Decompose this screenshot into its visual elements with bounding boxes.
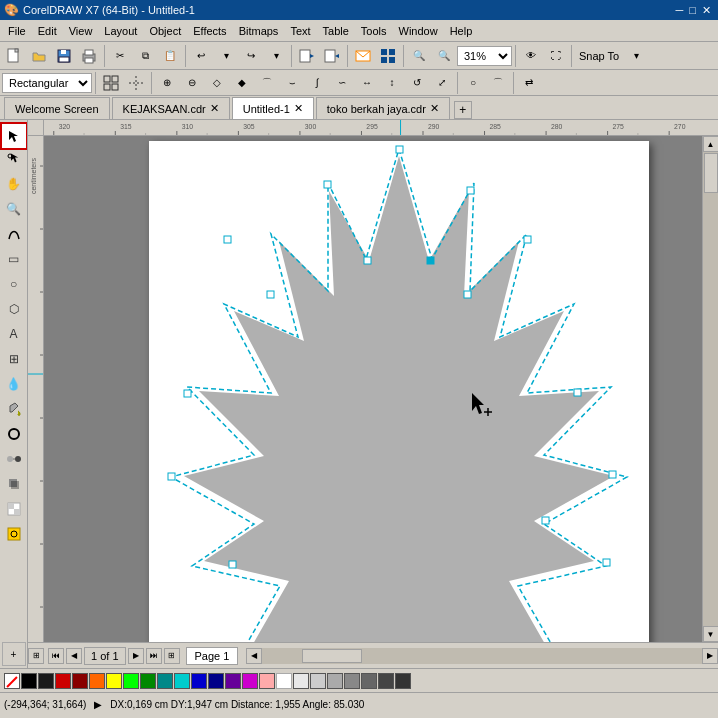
zoom-out-button[interactable]: 🔍 <box>407 44 431 68</box>
color-magenta-swatch[interactable] <box>242 673 258 689</box>
menu-tools[interactable]: Tools <box>355 23 393 39</box>
pan-tool[interactable]: ✋ <box>2 172 26 196</box>
color-yellow-swatch[interactable] <box>106 673 122 689</box>
application-launcher[interactable] <box>376 44 400 68</box>
node-btn-4[interactable]: ◆ <box>230 71 254 95</box>
toolbox-expand[interactable]: + <box>2 642 26 666</box>
undo-dropdown[interactable]: ▾ <box>214 44 238 68</box>
node-btn-3[interactable]: ◇ <box>205 71 229 95</box>
menu-window[interactable]: Window <box>393 23 444 39</box>
eyedropper-tool[interactable]: 💧 <box>2 372 26 396</box>
scroll-up-button[interactable]: ▲ <box>703 136 719 152</box>
menu-effects[interactable]: Effects <box>187 23 232 39</box>
export-button[interactable] <box>320 44 344 68</box>
color-blue-swatch[interactable] <box>191 673 207 689</box>
copy-button[interactable]: ⧉ <box>133 44 157 68</box>
color-cyan-swatch[interactable] <box>174 673 190 689</box>
new-button[interactable] <box>2 44 26 68</box>
publish-button[interactable] <box>351 44 375 68</box>
snap-guide-btn[interactable] <box>124 71 148 95</box>
menu-edit[interactable]: Edit <box>32 23 63 39</box>
snap-grid-btn[interactable] <box>99 71 123 95</box>
node-btn-12[interactable]: ⤢ <box>430 71 454 95</box>
paste-button[interactable]: 📋 <box>158 44 182 68</box>
zoom-in-button[interactable]: 🔍 <box>432 44 456 68</box>
color-eyedropper-tool[interactable] <box>2 522 26 546</box>
text-tool[interactable]: A <box>2 322 26 346</box>
import-button[interactable] <box>295 44 319 68</box>
scroll-left-button[interactable]: ◀ <box>246 648 262 664</box>
save-button[interactable] <box>52 44 76 68</box>
canvas[interactable] <box>44 136 702 642</box>
menu-view[interactable]: View <box>63 23 99 39</box>
color-lgray1-swatch[interactable] <box>293 673 309 689</box>
color-lgray2-swatch[interactable] <box>310 673 326 689</box>
outline-tool[interactable] <box>2 422 26 446</box>
color-none-swatch[interactable] <box>4 673 20 689</box>
tab-kejaksaan-close[interactable]: ✕ <box>210 102 219 115</box>
menu-layout[interactable]: Layout <box>98 23 143 39</box>
scroll-h-thumb[interactable] <box>302 649 362 663</box>
snap-dropdown[interactable]: ▾ <box>624 44 648 68</box>
color-mgray2-swatch[interactable] <box>344 673 360 689</box>
tab-untitled[interactable]: Untitled-1 ✕ <box>232 97 314 119</box>
menu-file[interactable]: File <box>2 23 32 39</box>
freehand-tool[interactable] <box>2 222 26 246</box>
tab-kejaksaan[interactable]: KEJAKSAAN.cdr ✕ <box>112 97 230 119</box>
shadow-tool[interactable] <box>2 472 26 496</box>
blend-tool[interactable] <box>2 447 26 471</box>
fill-tool[interactable] <box>2 397 26 421</box>
zoom-tool[interactable]: 🔍 <box>2 197 26 221</box>
redo-button[interactable]: ↪ <box>239 44 263 68</box>
color-darkred-swatch[interactable] <box>72 673 88 689</box>
shape-type-select[interactable]: Rectangular Elliptical Hand-drawn <box>2 73 92 93</box>
color-lime-swatch[interactable] <box>123 673 139 689</box>
first-page-btn[interactable]: ⏮ <box>48 648 64 664</box>
tab-toko[interactable]: toko berkah jaya.cdr ✕ <box>316 97 450 119</box>
color-black-swatch[interactable] <box>21 673 37 689</box>
color-red-swatch[interactable] <box>55 673 71 689</box>
scroll-h-track[interactable] <box>262 648 702 664</box>
table-tool[interactable]: ⊞ <box>2 347 26 371</box>
prev-page-btn[interactable]: ◀ <box>66 648 82 664</box>
menu-text[interactable]: Text <box>284 23 316 39</box>
close-curve-btn[interactable]: ○ <box>461 71 485 95</box>
full-screen-btn[interactable]: ⛶ <box>544 44 568 68</box>
color-white-swatch[interactable] <box>276 673 292 689</box>
add-page-btn[interactable]: ⊞ <box>164 648 180 664</box>
scroll-v-thumb[interactable] <box>704 153 718 193</box>
polygon-tool[interactable]: ⬡ <box>2 297 26 321</box>
node-btn-9[interactable]: ↔ <box>355 71 379 95</box>
last-page-btn[interactable]: ⏭ <box>146 648 162 664</box>
pick-tool[interactable] <box>0 122 28 150</box>
transparency-tool[interactable] <box>2 497 26 521</box>
node-btn-7[interactable]: ∫ <box>305 71 329 95</box>
color-mgray1-swatch[interactable] <box>327 673 343 689</box>
color-teal-swatch[interactable] <box>157 673 173 689</box>
color-darkgray-swatch[interactable] <box>38 673 54 689</box>
undo-button[interactable]: ↩ <box>189 44 213 68</box>
scroll-v-track[interactable] <box>703 152 718 626</box>
color-purple-swatch[interactable] <box>225 673 241 689</box>
shape-tool[interactable] <box>2 147 26 171</box>
view-mode-btn[interactable]: 👁 <box>519 44 543 68</box>
cut-button[interactable]: ✂ <box>108 44 132 68</box>
node-btn-5[interactable]: ⌒ <box>255 71 279 95</box>
node-btn-1[interactable]: ⊕ <box>155 71 179 95</box>
color-dgray3-swatch[interactable] <box>395 673 411 689</box>
reverse-btn[interactable]: ⇄ <box>517 71 541 95</box>
menu-help[interactable]: Help <box>444 23 479 39</box>
tab-untitled-close[interactable]: ✕ <box>294 102 303 115</box>
color-navy-swatch[interactable] <box>208 673 224 689</box>
menu-bitmaps[interactable]: Bitmaps <box>233 23 285 39</box>
open-button[interactable] <box>27 44 51 68</box>
node-btn-11[interactable]: ↺ <box>405 71 429 95</box>
maximize-btn[interactable]: □ <box>689 4 696 16</box>
next-page-btn[interactable]: ▶ <box>128 648 144 664</box>
color-dgray1-swatch[interactable] <box>361 673 377 689</box>
menu-object[interactable]: Object <box>143 23 187 39</box>
rectangle-tool[interactable]: ▭ <box>2 247 26 271</box>
node-btn-10[interactable]: ↕ <box>380 71 404 95</box>
add-tab-button[interactable]: + <box>454 101 472 119</box>
color-pink-swatch[interactable] <box>259 673 275 689</box>
